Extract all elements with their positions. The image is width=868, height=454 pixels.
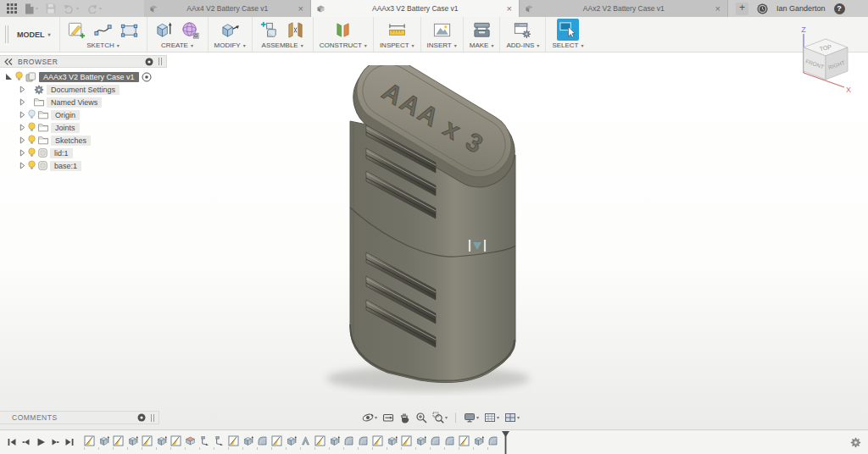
- spline-button[interactable]: [92, 19, 114, 41]
- window-zoom-button[interactable]: ▾: [432, 412, 448, 424]
- grid-display-button[interactable]: ▾: [484, 412, 499, 424]
- timeline-feature-extrude[interactable]: [242, 435, 253, 446]
- timeline-feature-sketch[interactable]: [401, 435, 412, 446]
- timeline-feature-fillet[interactable]: [257, 435, 268, 446]
- browser-item-named-views[interactable]: Named Views: [2, 97, 167, 108]
- timeline-feature-sketch[interactable]: [170, 435, 181, 446]
- timeline-feature-fillet[interactable]: [444, 435, 455, 446]
- timeline-feature-shell[interactable]: [185, 435, 196, 446]
- browser-item-root[interactable]: AAAx3 V2 Battery Case v1: [2, 71, 167, 83]
- toolbar-group-label-create[interactable]: CREATE▾: [161, 41, 193, 52]
- timeline-feature-sketch[interactable]: [113, 435, 124, 446]
- file-new-button[interactable]: ▾: [22, 3, 41, 15]
- expand-triangle-icon[interactable]: [19, 124, 25, 131]
- toolbar-group-label-sketch[interactable]: SKETCH▾: [86, 41, 119, 52]
- timeline-feature-extrude[interactable]: [127, 435, 138, 446]
- timeline-feature-extrude[interactable]: [473, 435, 484, 446]
- form-button[interactable]: [180, 19, 202, 41]
- timeline-feature-extrude[interactable]: [286, 435, 297, 446]
- rectangle-button[interactable]: [119, 19, 141, 41]
- browser-item-base-1[interactable]: base:1: [2, 160, 167, 172]
- timeline-feature-draft[interactable]: [300, 435, 311, 446]
- measure-button[interactable]: [386, 19, 408, 41]
- timeline-feature-sketch[interactable]: [228, 435, 239, 446]
- visibility-bulb-icon[interactable]: [28, 109, 36, 120]
- toolbar-grip[interactable]: [5, 25, 8, 43]
- timeline-feature-extrude[interactable]: [156, 435, 167, 446]
- browser-item-sketches[interactable]: Sketches: [2, 135, 167, 147]
- expand-triangle-icon[interactable]: [5, 73, 13, 80]
- expand-triangle-icon[interactable]: [19, 111, 25, 119]
- create-sketch-button[interactable]: [66, 19, 88, 41]
- pan-button[interactable]: [399, 412, 410, 424]
- toolbar-group-label-modify[interactable]: MODIFY▾: [214, 41, 246, 52]
- press-pull-button[interactable]: [219, 19, 241, 41]
- 3d-viewport[interactable]: BROWSER AAAx3 V2 Battery Case v1 Documen…: [0, 53, 868, 429]
- save-button[interactable]: [43, 3, 58, 14]
- expand-triangle-icon[interactable]: [19, 98, 25, 106]
- toolbar-group-label-add-ins[interactable]: ADD-INS▾: [506, 41, 539, 52]
- zoom-button[interactable]: [415, 412, 427, 424]
- browser-item-lid-1[interactable]: lid:1: [2, 147, 167, 159]
- expand-triangle-icon[interactable]: [19, 149, 25, 157]
- panel-options-icon[interactable]: [145, 58, 153, 66]
- browser-item-origin[interactable]: Origin: [2, 109, 167, 121]
- battery-case-model[interactable]: AAA x 3: [301, 65, 547, 396]
- timeline-feature-extrude[interactable]: [415, 435, 426, 446]
- timeline-feature-fillet[interactable]: [430, 435, 441, 446]
- timeline-feature-extrude[interactable]: [98, 435, 109, 446]
- scripts-addins-button[interactable]: [512, 19, 534, 41]
- comments-panel[interactable]: COMMENTS: [0, 411, 159, 424]
- toolbar-group-label-assemble[interactable]: ASSEMBLE▾: [262, 41, 303, 52]
- timeline-feature-sketch[interactable]: [314, 435, 326, 446]
- toolbar-group-label-insert[interactable]: INSERT▾: [427, 41, 457, 52]
- panel-resize-grip[interactable]: [151, 414, 154, 422]
- activate-component-icon[interactable]: [142, 72, 152, 82]
- timeline-feature-sketch[interactable]: [142, 435, 153, 446]
- job-status-icon[interactable]: [757, 3, 768, 14]
- help-button[interactable]: ?: [834, 3, 845, 14]
- timeline-feature-joint-origin[interactable]: [199, 435, 210, 446]
- play-button[interactable]: [36, 437, 46, 447]
- browser-item-joints[interactable]: Joints: [2, 122, 167, 134]
- collapse-panel-icon[interactable]: [4, 58, 13, 65]
- browser-item-document-settings[interactable]: Document Settings: [2, 84, 167, 96]
- go-to-start-button[interactable]: [7, 437, 17, 447]
- close-tab-icon[interactable]: ×: [298, 4, 304, 14]
- panel-options-icon[interactable]: [137, 413, 146, 422]
- panel-resize-grip[interactable]: [159, 58, 162, 65]
- expand-triangle-icon[interactable]: [19, 86, 25, 93]
- display-settings-button[interactable]: ▾: [464, 412, 479, 424]
- visibility-bulb-icon[interactable]: [28, 147, 36, 158]
- expand-triangle-icon[interactable]: [19, 162, 25, 169]
- toolbar-group-label-inspect[interactable]: INSPECT▾: [380, 41, 415, 52]
- close-tab-icon[interactable]: ×: [506, 4, 513, 14]
- timeline-feature-sketch[interactable]: [84, 435, 95, 446]
- timeline-playhead[interactable]: [501, 431, 510, 454]
- visibility-bulb-icon[interactable]: [15, 71, 23, 82]
- expand-triangle-icon[interactable]: [19, 136, 25, 144]
- timeline-feature-joint-origin[interactable]: [214, 435, 225, 446]
- view-cube[interactable]: TOP FRONT RIGHT Z X: [790, 25, 860, 98]
- new-tab-button[interactable]: +: [736, 3, 748, 15]
- extrude-button[interactable]: [153, 19, 175, 41]
- look-at-button[interactable]: [382, 412, 394, 424]
- viewports-button[interactable]: ▾: [504, 412, 520, 424]
- close-tab-icon[interactable]: ×: [715, 4, 721, 14]
- app-grid-button[interactable]: [4, 3, 19, 14]
- orbit-button[interactable]: ▾: [362, 412, 377, 424]
- timeline-feature-sketch[interactable]: [459, 435, 470, 446]
- toolbar-group-label-select[interactable]: SELECT▾: [552, 41, 583, 52]
- go-to-end-button[interactable]: [64, 437, 75, 447]
- timeline-feature-fillet[interactable]: [487, 435, 498, 446]
- visibility-bulb-icon[interactable]: [28, 135, 36, 146]
- insert-image-button[interactable]: [431, 19, 453, 41]
- redo-button[interactable]: ▾: [84, 3, 104, 14]
- visibility-bulb-icon[interactable]: [28, 122, 36, 133]
- toolbar-group-label-construct[interactable]: CONSTRUCT▾: [320, 41, 367, 52]
- timeline-feature-sketch[interactable]: [372, 435, 383, 446]
- document-tab-aaax3-v2-battery-case-v1[interactable]: AAAx3 V2 Battery Case v1×: [311, 0, 520, 17]
- joint-button[interactable]: [285, 19, 307, 41]
- document-tab-aax2-v2-battery-case-v1[interactable]: AAx2 V2 Battery Case v1×: [520, 0, 728, 17]
- timeline-settings-gear-icon[interactable]: [850, 437, 861, 448]
